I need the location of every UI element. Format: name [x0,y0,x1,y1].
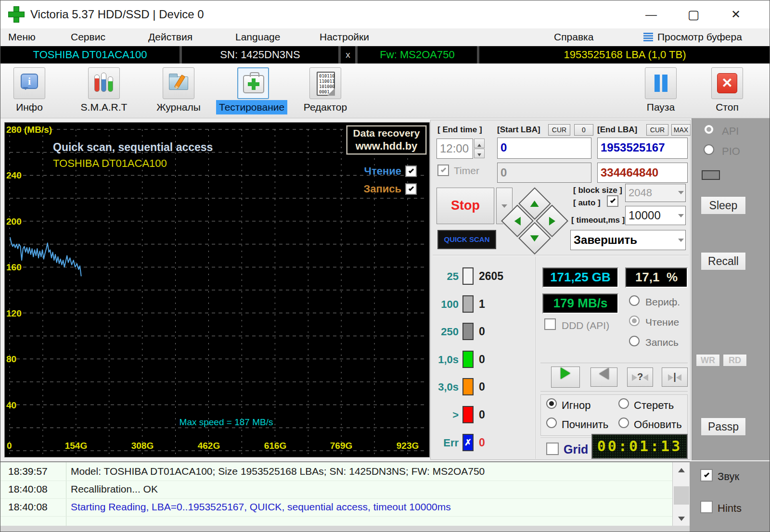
log-area: 18:39:57 Model: TOSHIBA DT01ACA100; Size… [0,461,690,526]
hints-label: Hints [718,502,742,515]
end-lba-label: [End LBA] [597,125,637,135]
test-button[interactable] [237,67,269,99]
counter-err-count: 0 [479,436,485,449]
sound-label: Звук [718,470,739,483]
start-lba-zero-button[interactable]: 0 [574,124,593,136]
play-button[interactable] [551,367,580,388]
back-button[interactable] [590,367,617,387]
info-button[interactable]: i [13,67,45,99]
end-lba-cur-button[interactable]: CUR [646,124,668,136]
block-size-select[interactable]: 2048 [625,184,686,202]
stop-scan-button[interactable]: Stop [436,188,494,224]
arrow-up-icon [530,201,539,207]
ddd-checkbox[interactable] [544,318,556,330]
current-lba-field: 0 [497,163,591,183]
toolbar: i Инфо S.M.A.R.T Журналы Тестирование 01… [0,63,770,118]
close-button[interactable]: ✕ [719,0,753,28]
pause-button[interactable] [645,67,677,99]
repair-radio[interactable] [546,418,557,428]
timer-checkbox[interactable] [437,165,449,176]
hints-checkbox[interactable] [700,501,713,513]
write-checkbox[interactable] [405,183,417,195]
maximize-button[interactable]: ▢ [676,0,711,28]
end-lba-input[interactable]: 1953525167 [597,138,688,159]
device-info-bar: TOSHIBA DT01ACA100 SN: 1425DN3NS x Fw: M… [0,46,770,63]
menu-menu[interactable]: Меню [8,28,36,46]
buffer-list-icon [643,33,653,42]
timeout-label: [ timeout,ms ] [571,215,625,225]
timeout-select[interactable]: 10000 [625,206,686,225]
arrow-right-icon [549,216,555,225]
max-speed-annotation: Max speed = 187 MB/s [164,417,289,428]
seek-arrows [501,188,568,255]
time-spinner-up-icon[interactable] [474,139,485,148]
read-checkbox[interactable] [405,165,417,177]
erase-radio[interactable] [618,398,629,409]
read-mode-radio-label: Чтение [645,317,679,328]
svg-text:80: 80 [6,354,16,364]
write-mode-radio[interactable] [629,336,640,346]
stop-toolbar-label: Стоп [698,100,756,114]
menu-buffer-view[interactable]: Просмотр буфера [657,28,742,46]
right-sidebar: API PIO Sleep Recall WR RD Passp [692,118,770,460]
end-time-input[interactable]: 12:00 [436,139,473,159]
erase-radio-label: Стереть [634,399,674,412]
time-spinner-down-icon[interactable] [474,149,485,158]
counter-err-label: Err [431,437,459,449]
binary-document-icon: 010110 110011 101000 0001 [317,72,335,96]
scroll-up-icon[interactable] [673,463,690,477]
verify-radio[interactable] [629,295,640,306]
sleep-button[interactable]: Sleep [701,196,746,215]
logs-button[interactable] [163,67,194,99]
rd-button[interactable]: RD [723,354,747,367]
passp-button[interactable]: Passp [701,418,746,436]
ddd-label: DDD (API) [562,320,609,331]
svg-text:923G: 923G [397,441,419,451]
finish-chevron-icon [678,239,684,245]
ignore-radio[interactable] [546,398,557,409]
refresh-radio[interactable] [618,418,629,428]
start-lba-cur-button[interactable]: CUR [548,124,570,136]
device-capacity: 1953525168 LBA (1,0 TB) [479,46,770,63]
wr-button[interactable]: WR [696,354,720,367]
minimize-button[interactable]: — [634,0,668,28]
menu-service[interactable]: Сервис [71,28,105,46]
end-lba-max-button[interactable]: MAX [671,124,691,136]
gb-display: 171,25 GB [542,267,618,288]
seek-edge-button[interactable]: | [662,367,688,387]
menu-actions[interactable]: Действия [148,28,192,46]
counter-250-count: 0 [479,325,485,338]
scroll-down-icon[interactable] [673,512,690,526]
read-mode-radio[interactable] [629,316,640,326]
auto-checkbox[interactable] [607,195,618,207]
counter-err-swatch: ✗ [462,434,474,451]
menu-language[interactable]: Language [235,28,280,46]
menu-settings[interactable]: Настройки [320,28,369,46]
seek-question-button[interactable]: ? [627,367,653,387]
grid-checkbox[interactable] [546,443,559,455]
stop-toolbar-button[interactable]: ✕ [711,67,743,99]
start-lba-input[interactable]: 0 [497,138,591,159]
smart-button[interactable] [88,67,120,99]
pause-label: Пауза [632,100,690,114]
device-close-button[interactable]: x [341,46,355,63]
editor-button[interactable]: 010110 110011 101000 0001 [309,67,341,99]
smart-label: S.M.A.R.T [75,100,133,114]
pio-radio[interactable] [704,144,714,155]
counter-gt-swatch [462,406,474,423]
grid-label: Grid [564,443,588,456]
quick-scan-button[interactable]: QUICK SCAN [437,230,496,249]
log-scrollbar[interactable] [672,462,690,527]
sound-checkbox[interactable] [700,469,713,481]
api-radio[interactable] [704,124,714,135]
first-aid-kit-icon [243,75,264,93]
repair-radio-label: Починить [562,418,608,431]
svg-text:40: 40 [6,400,16,410]
scrollbar-thumb[interactable] [674,486,689,505]
title-bar: Victoria 5.37 HDD/SSD | Device 0 — ▢ ✕ [0,0,770,28]
recall-button[interactable]: Recall [701,252,746,270]
test-control-panel: [ End time ] [Start LBA] CUR 0 [End LBA]… [430,120,691,460]
menu-help[interactable]: Справка [554,28,593,46]
svg-text:462G: 462G [198,441,220,451]
finish-action-select[interactable]: Завершить [570,230,686,250]
